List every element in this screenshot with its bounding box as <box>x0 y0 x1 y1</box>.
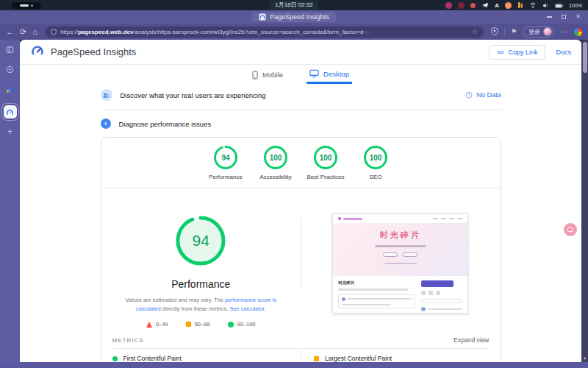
a-letter-icon[interactable]: A <box>495 2 499 9</box>
orange-square-icon <box>186 322 191 327</box>
pinwheel-extension-icon[interactable] <box>574 28 582 36</box>
field-data-section[interactable]: Discover what your real users are experi… <box>101 84 501 109</box>
good-marker-icon <box>112 356 118 361</box>
new-tab-icon[interactable]: + <box>7 127 12 136</box>
tab-title: PageSpeed Insights <box>270 13 329 21</box>
docs-link[interactable]: Docs <box>556 49 571 56</box>
work-area: + PageSpeed Insights Copy Link Docs <box>0 40 588 362</box>
window-controls: ✕ <box>547 10 581 24</box>
clock-icon <box>465 91 473 99</box>
url-text[interactable]: https://pagespeed.web.dev/analysis/https… <box>60 29 370 35</box>
screen: 1月18日 02:52 A 100% <box>0 0 588 368</box>
expand-view-button[interactable]: Expand view <box>453 336 489 344</box>
toolbar-divider <box>504 28 505 36</box>
performance-overview: 94 Performance Values are estimated and … <box>101 188 501 330</box>
badge-app-icon[interactable] <box>470 3 476 8</box>
login-label: 登录 <box>528 28 540 36</box>
site-security-shield-icon[interactable] <box>51 25 57 38</box>
category-seo[interactable]: 100 SEO <box>351 144 400 180</box>
column-divider <box>301 219 301 288</box>
scrollbar-thumb[interactable] <box>583 42 587 73</box>
green-circle-icon <box>228 322 234 328</box>
legend-good: 90–100 <box>228 321 256 328</box>
sidebar-pagespeed-tab-active[interactable] <box>4 105 17 118</box>
metrics-caption: METRICS <box>112 337 144 344</box>
more-options-icon[interactable]: ⋯ <box>560 26 568 37</box>
category-performance[interactable]: 94 Performance <box>201 144 250 180</box>
users-icon <box>101 89 112 101</box>
thumb-hero: 时光碎片 <box>333 223 467 276</box>
thumb-site-title: 时光碎片 <box>380 230 421 241</box>
report-card: 94 Performance 100 Accessibility <box>101 137 501 362</box>
maximize-icon[interactable] <box>562 15 566 19</box>
clock[interactable]: 1月18日 02:52 <box>270 1 318 10</box>
extension-shield-icon[interactable] <box>491 25 498 38</box>
window-bottom-edge <box>0 362 588 368</box>
minimize-icon[interactable] <box>547 16 552 18</box>
monitor-icon <box>309 69 319 78</box>
vertical-tabbar: + <box>0 40 20 362</box>
battery-percent: 100% <box>569 3 582 8</box>
header-actions: Copy Link Docs <box>489 45 571 60</box>
field-data-title: Discover what your real users are experi… <box>121 91 266 99</box>
legend-poor: 0–49 <box>146 321 168 328</box>
close-icon[interactable]: ✕ <box>576 14 581 20</box>
tab-desktop[interactable]: Desktop <box>306 68 352 84</box>
sidebar-downloads-icon[interactable] <box>6 63 14 77</box>
page-screenshot-thumbnail[interactable]: 时光碎片 时光碎片 <box>332 213 468 314</box>
copy-link-button[interactable]: Copy Link <box>489 45 545 60</box>
screenshot-column: 时光碎片 时光碎片 <box>301 208 501 328</box>
performance-label: Performance <box>171 278 230 290</box>
scrollbar-track[interactable]: ▾ <box>581 40 588 362</box>
thumb-site-header <box>333 214 467 223</box>
toolbar-right: ⚑ 登录 ⋯ <box>491 25 582 38</box>
sidebar-analytics-tab-icon[interactable] <box>6 83 14 96</box>
red-triangle-icon <box>146 322 152 328</box>
see-calculator-link[interactable]: See calculator. <box>229 305 265 312</box>
category-accessibility[interactable]: 100 Accessibility <box>251 144 300 180</box>
tab-favicon-pagespeed-icon <box>259 10 266 24</box>
lightning-icon <box>101 118 111 129</box>
home-icon[interactable]: ⌂ <box>32 26 37 37</box>
avatar <box>543 27 552 36</box>
link-icon <box>497 49 504 56</box>
lab-data-section: Diagnose performance issues <box>101 110 501 137</box>
floating-widget-button[interactable] <box>564 223 577 236</box>
browser-tab[interactable]: PageSpeed Insights <box>252 12 336 22</box>
score-legend: 0–49 50–89 90–100 <box>146 321 256 328</box>
tab-mobile[interactable]: Mobile <box>249 68 286 84</box>
back-icon[interactable]: ← <box>6 26 14 37</box>
no-data-status[interactable]: No Data <box>465 91 501 99</box>
system-bar: 1月18日 02:52 A 100% <box>0 0 588 10</box>
performance-gauge[interactable]: 94 <box>175 215 226 266</box>
metric-fcp: First Contentful Paint 0.3 s <box>112 348 301 362</box>
pagespeed-logo-icon <box>30 43 45 61</box>
orange-app-icon[interactable] <box>505 2 512 9</box>
login-button[interactable]: 登录 <box>523 26 554 38</box>
metric-lcp: Largest Contentful Paint 1.2 s <box>301 348 490 362</box>
pink-app-icon[interactable] <box>445 2 452 9</box>
phone-icon <box>252 71 258 79</box>
device-tabs: Mobile Desktop <box>20 68 581 84</box>
gauge-column: 94 Performance Values are estimated and … <box>101 208 301 328</box>
performance-score: 94 <box>175 215 226 266</box>
thumb-body: 时光碎片 <box>333 276 467 311</box>
page-content: PageSpeed Insights Copy Link Docs Mobile <box>20 40 581 362</box>
collections-flag-icon[interactable]: ⚑ <box>511 26 517 37</box>
window-indicator[interactable] <box>12 2 41 9</box>
score-disclaimer: Values are estimated and may vary. The p… <box>115 296 286 313</box>
scrollbar-down-arrow[interactable]: ▾ <box>581 355 588 361</box>
legend-average: 50–89 <box>186 321 210 328</box>
sidebar-tabs-icon[interactable] <box>6 43 14 57</box>
browser-toolbar: ← ⟳ ⌂ https://pagespeed.web.dev/analysis… <box>0 24 588 40</box>
browser-titlebar: PageSpeed Insights ✕ <box>0 10 588 24</box>
category-best-practices[interactable]: 100 Best Practices <box>301 144 350 180</box>
category-scores: 94 Performance 100 Accessibility <box>101 138 501 188</box>
bookmark-star-icon[interactable]: ☆ <box>472 28 478 35</box>
reload-icon[interactable]: ⟳ <box>20 26 26 37</box>
page-title: PageSpeed Insights <box>51 46 136 57</box>
lab-data-title: Diagnose performance issues <box>119 120 212 128</box>
address-bar[interactable]: https://pagespeed.web.dev/analysis/https… <box>45 26 484 38</box>
red-app-icon[interactable] <box>458 2 465 9</box>
thumb-section-title: 时光碎片 <box>338 280 415 286</box>
